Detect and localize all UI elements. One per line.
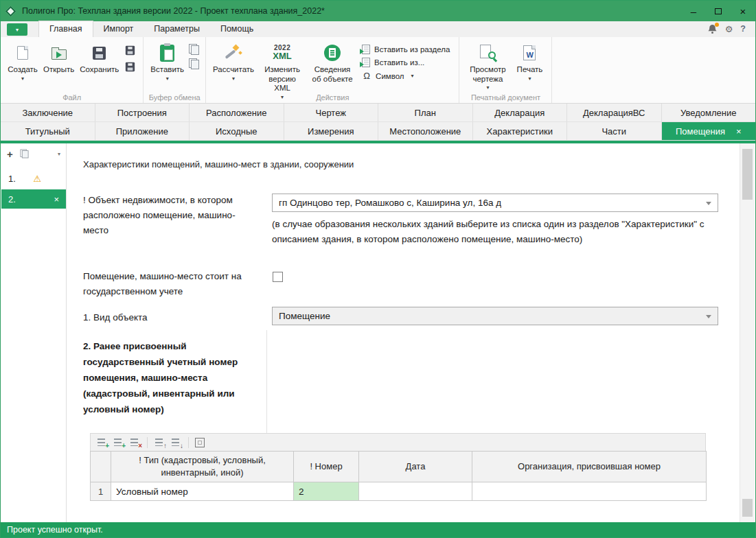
object-info-icon <box>324 45 341 61</box>
calculate-button[interactable]: Рассчитать ▾ <box>210 40 257 82</box>
drawing-preview-button[interactable]: Просмотр чертежа ▾ <box>463 40 512 91</box>
insert-row-button[interactable]: + <box>113 436 124 448</box>
number-label: 2. Ранее присвоенный государственный уче… <box>83 339 266 418</box>
change-xml-version-button[interactable]: 2022 XML Изменить версию XML ▾ <box>257 40 308 100</box>
kind-combobox[interactable]: Помещение <box>272 307 718 325</box>
numbers-table: + + × ↑ ↓ ! Тип (кадастровый, условный, … <box>90 433 706 501</box>
tab-raspolozhenie[interactable]: Расположение <box>190 104 284 121</box>
copy-button[interactable] <box>189 44 199 55</box>
panel-menu-button[interactable]: ▾ <box>58 151 60 157</box>
paste-clipboard-icon <box>160 45 174 62</box>
tab-deklaratsiya[interactable]: Декларация <box>473 104 568 121</box>
paste-special-button[interactable] <box>189 58 199 69</box>
dropdown-caret-icon: ▾ <box>411 73 414 79</box>
window-title: Полигон Про: Техплан здания версии 2022 … <box>22 6 325 16</box>
symbol-button[interactable]: Ω Символ ▾ <box>359 70 453 82</box>
save-all-button[interactable] <box>126 62 135 71</box>
new-button[interactable]: Создать ▾ <box>5 40 41 82</box>
section-list-toolbar: + ▾ <box>1 143 66 164</box>
corner-header-cell <box>91 452 111 482</box>
tab-import[interactable]: Импорт <box>93 21 144 37</box>
tab-postroeniya[interactable]: Построения <box>95 104 190 121</box>
move-row-up-button[interactable]: ↑ <box>154 436 165 448</box>
tab-uvedomlenie[interactable]: Уведомление <box>662 104 756 121</box>
tab-prilozhenie[interactable]: Приложение <box>95 122 190 140</box>
xml-version-icon: 2022 XML <box>273 44 291 61</box>
tab-titulnyy[interactable]: Титульный <box>1 122 95 140</box>
object-info-button[interactable]: Сведения об объекте <box>308 40 357 84</box>
notifications-bell-icon[interactable] <box>707 24 718 34</box>
combo-chevron-icon <box>706 202 711 208</box>
insert-from-button[interactable]: Вставить из... <box>359 57 453 68</box>
section-item-1[interactable]: 1. ⚠ <box>1 169 66 188</box>
tab-deklaratsiya-vs[interactable]: ДекларацияВС <box>567 104 662 121</box>
application-window: Полигон Про: Техплан здания версии 2022 … <box>0 0 756 538</box>
registered-checkbox[interactable] <box>273 272 283 282</box>
tab-mestopolozhenie[interactable]: Местоположение <box>378 122 473 140</box>
vertical-scrollbar[interactable] <box>740 143 755 522</box>
notification-badge <box>715 23 719 27</box>
window-controls: – × <box>681 1 755 21</box>
cell-number[interactable]: 2 <box>294 482 359 501</box>
row-number-cell[interactable]: 1 <box>91 482 111 501</box>
group-label-actions: Действия <box>206 93 459 102</box>
section-item-2-active[interactable]: 2. × <box>1 189 66 209</box>
minimize-button[interactable]: – <box>681 1 706 21</box>
tab-help[interactable]: Помощь <box>210 21 264 37</box>
toolbar-separator <box>188 437 189 448</box>
move-row-down-button[interactable]: ↓ <box>170 436 182 448</box>
file-small-buttons <box>122 40 139 78</box>
combo-chevron-icon <box>706 315 711 321</box>
insert-from-section-button[interactable]: Вставить из раздела <box>359 44 453 55</box>
section-close-icon[interactable]: × <box>54 195 59 204</box>
document-tabs-row1: Заключение Построения Расположение Черте… <box>1 104 755 122</box>
cell-type[interactable]: Условный номер <box>111 482 294 501</box>
header-date: Дата <box>359 452 472 482</box>
object-combobox[interactable]: гп Одинцово тер, Ромашково с, Каширина у… <box>272 194 718 212</box>
app-logo-icon <box>5 5 16 16</box>
open-button[interactable]: Открыть <box>41 40 77 75</box>
add-section-button[interactable]: + <box>7 149 13 159</box>
help-icon[interactable]: ? <box>740 25 746 34</box>
tab-zaklyuchenie[interactable]: Заключение <box>1 104 95 121</box>
close-button[interactable]: × <box>731 1 755 21</box>
expand-table-button[interactable] <box>195 438 205 447</box>
gear-icon[interactable]: ⚙ <box>725 25 733 34</box>
group-label-file: Файл <box>1 93 143 102</box>
chevron-down-icon: ▾ <box>16 27 19 33</box>
tab-pomeshcheniya-active[interactable]: Помещения × <box>662 122 756 140</box>
tab-izmereniya[interactable]: Измерения <box>284 122 379 140</box>
maximize-button[interactable] <box>706 1 731 21</box>
header-number: ! Номер <box>294 452 359 482</box>
paste-button[interactable]: Вставить ▾ <box>148 40 187 82</box>
toolbar-separator <box>147 437 148 448</box>
open-folder-icon <box>51 49 67 60</box>
main-form: Характеристики помещений, машино-мест в … <box>67 143 740 522</box>
scrollbar-thumb[interactable] <box>742 149 753 200</box>
tab-close-icon[interactable]: × <box>736 127 742 136</box>
add-row-button[interactable]: + <box>96 436 108 448</box>
tab-chertezh[interactable]: Чертеж <box>284 104 379 121</box>
table-toolbar: + + × ↑ ↓ <box>90 433 706 451</box>
cell-date[interactable] <box>359 482 472 501</box>
section-list-panel: + ▾ 1. ⚠ 2. × <box>1 143 67 522</box>
tab-kharakteristiki[interactable]: Характеристики <box>473 122 568 140</box>
duplicate-section-button[interactable] <box>20 150 28 159</box>
tab-parameters[interactable]: Параметры <box>144 21 210 37</box>
cell-org[interactable] <box>472 482 707 501</box>
form-divider <box>266 330 267 433</box>
tab-iskhodnye[interactable]: Исходные <box>190 122 284 140</box>
object-hint: (в случае образования нескольких зданий … <box>272 217 725 247</box>
dropdown-caret-icon: ▾ <box>166 76 169 82</box>
header-org: Организация, присвоившая номер <box>472 452 707 482</box>
file-menu-button[interactable]: ▾ <box>7 23 27 36</box>
tab-plan[interactable]: План <box>378 104 473 121</box>
tab-main[interactable]: Главная <box>38 21 93 37</box>
tab-chasti[interactable]: Части <box>567 122 662 140</box>
scrollbar-thumb-lower[interactable] <box>742 499 753 517</box>
save-as-button[interactable] <box>126 46 135 55</box>
delete-row-button[interactable]: × <box>129 436 141 448</box>
save-button[interactable]: Сохранить <box>77 40 122 75</box>
table-row: 1 Условный номер 2 <box>91 482 707 501</box>
print-button[interactable]: Печать ▾ <box>512 40 547 82</box>
